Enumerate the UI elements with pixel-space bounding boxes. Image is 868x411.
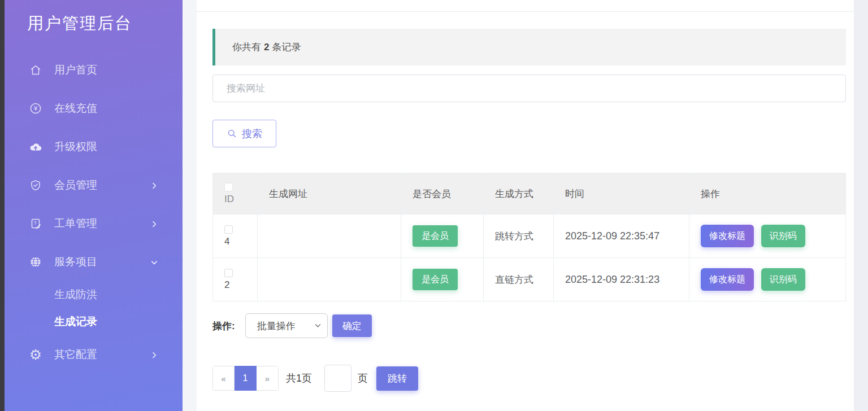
ticket-icon: ? (28, 216, 43, 231)
sidebar-item-label: 用户首页 (54, 63, 163, 77)
table-row: 2 是会员 直链方式 2025-12-09 22:31:23 修改标题 识别码 (213, 258, 846, 301)
sidebar-subitem-label: 生成防洪 (54, 287, 97, 302)
sidebar-item-label: 在线充值 (54, 101, 163, 116)
prev-page-button[interactable]: « (212, 366, 235, 391)
confirm-button[interactable]: 确定 (332, 314, 372, 337)
table-header-row: ID 生成网址 是否会员 生成方式 时间 操作 (213, 173, 846, 215)
sidebar-subitem-gen-records[interactable]: 生成记录 (5, 308, 183, 335)
row-time: 2025-12-09 22:35:47 (565, 230, 659, 242)
records-table: ID 生成网址 是否会员 生成方式 时间 操作 4 (212, 173, 846, 301)
sidebar: 用户管理后台 用户首页 ¥ 在线充值 (5, 0, 183, 411)
column-header-member: 是否会员 (401, 173, 484, 215)
edit-title-button[interactable]: 修改标题 (701, 225, 754, 247)
total-pages-text: 共1页 (286, 371, 312, 385)
svg-text:?: ? (33, 220, 36, 226)
svg-text:¥: ¥ (33, 105, 38, 112)
jump-button[interactable]: 跳转 (376, 366, 418, 391)
batch-action-select[interactable]: 批量操作 (245, 313, 328, 338)
content-panel: 你共有 2 条记录 搜索 (197, 0, 854, 411)
row-method: 跳转方式 (484, 215, 554, 258)
sidebar-item-label: 服务项目 (54, 255, 150, 269)
chevron-right-icon (150, 219, 159, 228)
chevron-right-icon (150, 350, 159, 359)
member-badge: 是会员 (413, 225, 458, 247)
chevron-right-icon (150, 181, 159, 190)
sidebar-subitem-label: 生成记录 (54, 314, 97, 329)
gear-icon: ⚙ (28, 347, 43, 362)
sidebar-item-tickets[interactable]: ? 工单管理 (5, 204, 183, 243)
select-all-checkbox[interactable] (224, 183, 233, 191)
main-area: 你共有 2 条记录 搜索 (183, 0, 868, 411)
column-header-id: ID (224, 194, 246, 205)
sidebar-item-upgrade[interactable]: 升级权限 (5, 128, 183, 166)
globe-icon (28, 255, 43, 269)
content-left-gutter (183, 0, 197, 411)
content-right-gutter (854, 0, 868, 411)
page-suffix-text: 页 (358, 371, 368, 385)
column-header-ops: 操作 (689, 173, 846, 215)
row-checkbox[interactable] (224, 269, 233, 277)
page-jump-input[interactable] (324, 365, 351, 392)
row-time: 2025-12-09 22:31:23 (565, 274, 659, 285)
identify-code-button[interactable]: 识别码 (761, 268, 805, 291)
row-url (258, 215, 401, 258)
table-row: 4 是会员 跳转方式 2025-12-09 22:35:47 修改标题 识别码 (213, 215, 846, 258)
shield-check-icon (28, 178, 43, 193)
app-title: 用户管理后台 (5, 0, 183, 35)
row-checkbox[interactable] (224, 225, 233, 234)
top-bar (197, 0, 854, 12)
batch-label: 操作: (212, 320, 235, 333)
column-header-method: 生成方式 (484, 173, 554, 215)
notice-prefix: 你共有 (232, 41, 261, 54)
sidebar-item-label: 升级权限 (54, 139, 163, 154)
sidebar-item-user-home[interactable]: 用户首页 (5, 51, 183, 89)
sidebar-item-members[interactable]: 会员管理 (5, 166, 183, 204)
identify-code-button[interactable]: 识别码 (761, 225, 805, 247)
column-header-time: 时间 (554, 173, 689, 215)
notice-suffix: 条记录 (272, 41, 301, 54)
row-method: 直链方式 (484, 258, 554, 301)
search-button[interactable]: 搜索 (212, 120, 276, 147)
sidebar-item-other-config[interactable]: ⚙ 其它配置 (5, 335, 183, 374)
chevron-down-icon (150, 257, 159, 266)
sidebar-item-label: 会员管理 (54, 178, 150, 193)
edit-title-button[interactable]: 修改标题 (701, 268, 754, 291)
cloud-upload-icon (28, 139, 43, 154)
pagination: « 1 » 共1页 页 跳转 (212, 365, 846, 392)
sidebar-item-label: 其它配置 (54, 347, 150, 362)
sidebar-submenu-services: 生成防洪 生成记录 (5, 281, 183, 335)
search-button-label: 搜索 (242, 127, 262, 141)
window-edge-strip (0, 0, 5, 411)
sidebar-item-label: 工单管理 (54, 216, 150, 231)
sidebar-item-services[interactable]: 服务项目 (5, 243, 183, 281)
sidebar-subitem-gen-flood[interactable]: 生成防洪 (5, 281, 183, 308)
row-url (258, 258, 401, 301)
row-id: 4 (224, 236, 246, 247)
record-count: 2 (264, 42, 269, 53)
search-icon (227, 128, 237, 139)
column-header-url: 生成网址 (258, 173, 401, 215)
member-badge: 是会员 (413, 269, 458, 290)
home-icon (28, 63, 43, 77)
next-page-button[interactable]: » (257, 366, 279, 391)
search-input[interactable] (212, 75, 846, 102)
current-page-button[interactable]: 1 (235, 366, 257, 391)
record-count-notice: 你共有 2 条记录 (212, 29, 846, 65)
sidebar-item-recharge[interactable]: ¥ 在线充值 (5, 89, 183, 128)
row-id: 2 (224, 279, 246, 291)
sidebar-nav: 用户首页 ¥ 在线充值 升级权限 (5, 51, 183, 374)
page-group: « 1 » (212, 366, 279, 391)
batch-actions-bar: 操作: 批量操作 确定 (212, 313, 846, 338)
yen-circle-icon: ¥ (28, 101, 43, 116)
